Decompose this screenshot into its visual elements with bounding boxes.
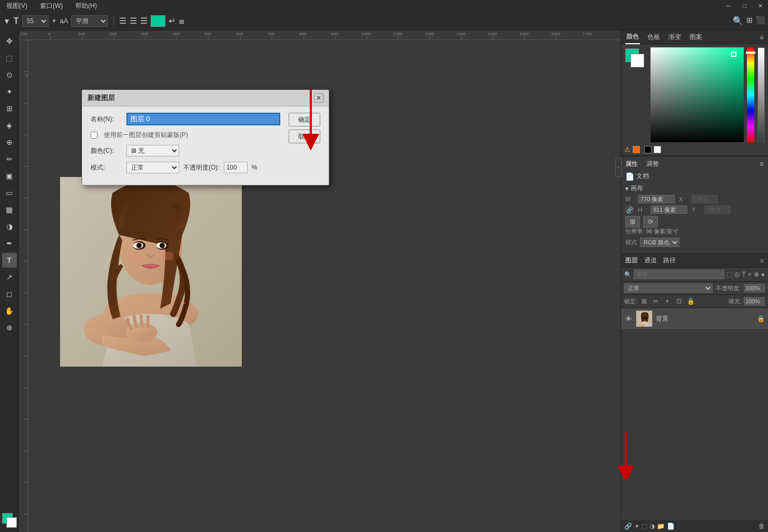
canvas-rotate-btn[interactable]: ⟳: [643, 216, 658, 228]
text-color-swatch[interactable]: [151, 15, 165, 27]
tab-layers[interactable]: 图层: [625, 256, 638, 265]
move-tool[interactable]: ✥: [2, 34, 17, 48]
new-layer-dialog[interactable]: 新建图层 ✕ 名称(N): 使用前一图层创建剪贴蒙版(P): [82, 90, 329, 185]
align-center-btn[interactable]: ☰: [130, 16, 137, 26]
height-input[interactable]: [651, 205, 687, 214]
magic-wand-tool[interactable]: ✦: [2, 84, 17, 99]
web-safe-swatch[interactable]: [644, 146, 652, 153]
path-select-tool[interactable]: ↗: [2, 270, 17, 284]
opacity-input[interactable]: [744, 284, 765, 292]
dialog-name-input[interactable]: [126, 113, 280, 125]
layout-icon[interactable]: ⊞: [746, 16, 753, 26]
align-right-btn[interactable]: ☰: [140, 16, 147, 26]
search-icon[interactable]: 🔍: [733, 16, 743, 26]
color-panel-menu[interactable]: ≡: [760, 33, 764, 42]
text-tool[interactable]: T: [2, 253, 17, 268]
hue-slider[interactable]: [747, 47, 754, 142]
tab-paths[interactable]: 路径: [663, 256, 676, 265]
crop-tool[interactable]: ⊞: [2, 101, 17, 116]
dialog-cancel-btn[interactable]: 取消: [289, 130, 320, 143]
width-input[interactable]: [638, 195, 675, 203]
y-input[interactable]: [704, 205, 731, 214]
smooth-select[interactable]: 平滑: [71, 15, 108, 27]
layer-shape-icon[interactable]: +: [748, 271, 752, 278]
x-input[interactable]: [692, 195, 718, 203]
eraser-tool[interactable]: ▭: [2, 185, 17, 200]
tool-options-toggle[interactable]: ▼: [3, 17, 11, 25]
layer-item-background[interactable]: 👁 背景 🔒: [621, 308, 768, 330]
pen-tool[interactable]: ✒: [2, 236, 17, 251]
font-size-select[interactable]: 55: [22, 15, 48, 27]
layer-smart-icon[interactable]: ⊕: [754, 271, 759, 278]
dialog-ok-btn[interactable]: 确定: [289, 113, 320, 126]
stamp-tool[interactable]: ▣: [2, 169, 17, 183]
fg-bg-colors[interactable]: [2, 513, 17, 528]
dialog-mode-select[interactable]: 正常: [126, 162, 179, 173]
alpha-slider[interactable]: [757, 47, 765, 142]
mode-select[interactable]: RGB 颜色: [640, 238, 680, 247]
link-layers-btn[interactable]: 🔗: [624, 523, 632, 530]
clip-mask-checkbox[interactable]: [91, 132, 97, 139]
character-panel-btn[interactable]: ≣: [179, 17, 185, 25]
tab-adjustments[interactable]: 调整: [646, 160, 659, 169]
link-btn[interactable]: 🔗: [625, 205, 634, 214]
brush-tool[interactable]: ✏: [2, 152, 17, 166]
lasso-tool[interactable]: ⊙: [2, 67, 17, 82]
new-group-btn[interactable]: 📁: [657, 523, 665, 530]
dialog-close-btn[interactable]: ✕: [314, 93, 323, 103]
lock-all-btn[interactable]: 🔒: [686, 297, 695, 306]
healing-tool[interactable]: ⊕: [2, 135, 17, 150]
lock-artboard-btn[interactable]: ⊡: [674, 297, 684, 306]
color-gradient-picker[interactable]: [651, 47, 744, 142]
background-color[interactable]: [6, 517, 17, 528]
lock-paint-btn[interactable]: ✏: [651, 297, 661, 306]
right-panel-collapse-btn[interactable]: ›: [615, 158, 622, 177]
shape-tool[interactable]: ◻: [2, 287, 17, 301]
close-btn[interactable]: ✕: [752, 0, 768, 12]
align-left-btn[interactable]: ☰: [119, 16, 126, 26]
menu-help[interactable]: 帮助(H): [73, 1, 99, 12]
canvas-size-btn[interactable]: ⊞: [625, 216, 640, 228]
layer-filter-off[interactable]: ●: [761, 271, 765, 278]
tab-channels[interactable]: 通道: [644, 256, 657, 265]
out-of-gamut-swatch[interactable]: [633, 146, 640, 153]
layer-type-icon[interactable]: ⬚: [726, 271, 732, 278]
dialog-color-select[interactable]: ⊠ 无: [126, 145, 179, 156]
layers-panel-menu[interactable]: ≡: [760, 257, 764, 264]
props-doc-header[interactable]: 📄 文档: [625, 172, 764, 181]
plugin-icon[interactable]: ⬛: [756, 16, 765, 26]
background-color-swatch[interactable]: [631, 54, 644, 67]
restore-btn[interactable]: □: [736, 0, 752, 12]
add-mask-btn[interactable]: ⬚: [642, 523, 647, 530]
dropdown-arrow[interactable]: ▼: [52, 18, 57, 24]
dialog-opacity-input[interactable]: [224, 162, 248, 173]
menu-view[interactable]: 视图(V): [4, 1, 29, 12]
menu-window[interactable]: 窗口(W): [38, 1, 65, 12]
indent-icon[interactable]: ↵: [169, 16, 175, 26]
props-canvas-header[interactable]: ▾ 画布: [625, 184, 764, 193]
layers-search-input[interactable]: [634, 270, 724, 279]
props-panel-menu[interactable]: ≡: [760, 160, 764, 169]
delete-layer-btn[interactable]: 🗑: [759, 523, 765, 530]
tab-patterns[interactable]: 图案: [688, 31, 703, 44]
dodge-tool[interactable]: ◑: [2, 219, 17, 234]
minimize-btn[interactable]: ─: [721, 0, 736, 12]
layer-adjust-icon[interactable]: ◎: [734, 271, 740, 278]
blend-mode-select[interactable]: 正常: [624, 283, 713, 293]
hand-tool[interactable]: ✋: [2, 303, 17, 318]
add-adj-btn[interactable]: ◑: [649, 523, 655, 530]
zoom-tool[interactable]: ⊕: [2, 320, 17, 335]
eyedropper-tool[interactable]: ◈: [2, 118, 17, 133]
white-swatch[interactable]: [654, 146, 661, 153]
layer-visibility-btn[interactable]: 👁: [624, 314, 633, 323]
layer-text-icon[interactable]: T: [742, 271, 745, 278]
tab-gradient[interactable]: 渐变: [667, 31, 682, 44]
add-style-btn[interactable]: ✦: [634, 523, 639, 530]
tab-color[interactable]: 颜色: [625, 30, 640, 44]
gradient-tool[interactable]: ▦: [2, 202, 17, 217]
tab-properties[interactable]: 属性: [625, 160, 638, 169]
lock-position-btn[interactable]: +: [663, 297, 672, 306]
lock-pixels-btn[interactable]: ⊞: [639, 297, 649, 306]
tab-swatches[interactable]: 色板: [646, 31, 661, 44]
new-layer-btn[interactable]: 📄: [667, 523, 675, 530]
